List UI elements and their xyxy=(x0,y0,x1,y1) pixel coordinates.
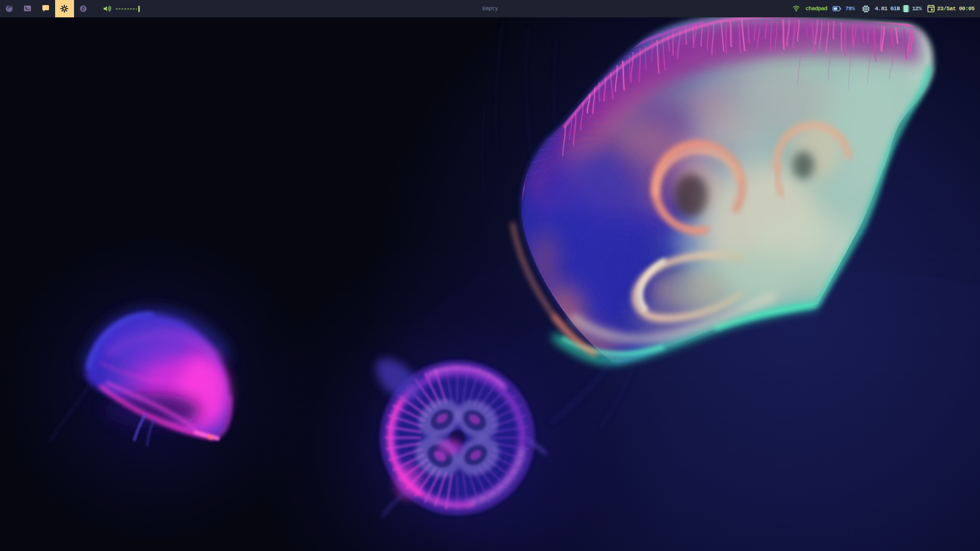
svg-text:@: @ xyxy=(82,6,85,12)
